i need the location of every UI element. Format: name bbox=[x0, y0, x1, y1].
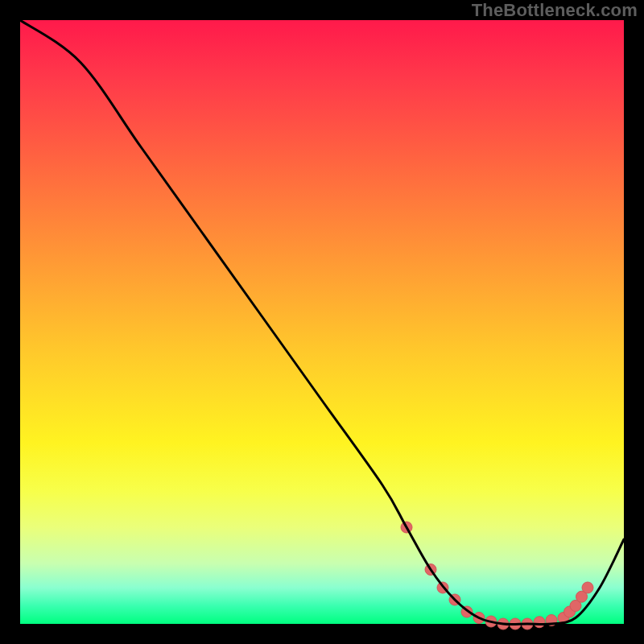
curve-marker bbox=[582, 582, 593, 593]
marker-group bbox=[401, 522, 593, 630]
curve-marker bbox=[534, 617, 545, 628]
chart-svg-layer bbox=[0, 0, 644, 644]
chart-stage: TheBottleneck.com bbox=[0, 0, 644, 644]
bottleneck-curve bbox=[20, 20, 624, 625]
